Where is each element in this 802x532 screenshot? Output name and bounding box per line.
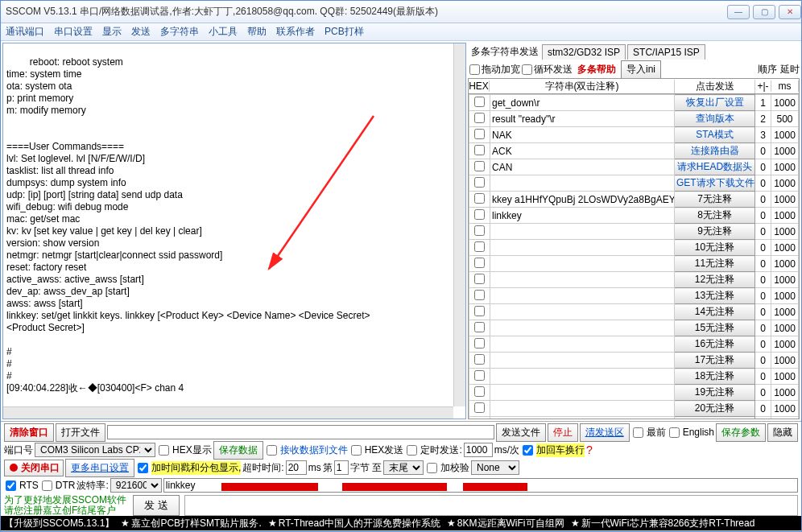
menu-4[interactable]: 多字符串 bbox=[160, 25, 199, 39]
row-index[interactable]: 0 bbox=[755, 143, 771, 159]
console-output[interactable]: reboot: reboot system time: system time … bbox=[2, 43, 466, 419]
tail-dropdown[interactable]: 末尾 bbox=[383, 460, 424, 475]
row-index[interactable]: 0 bbox=[755, 240, 771, 256]
row-delay[interactable]: 1000 bbox=[771, 240, 799, 256]
row-hex-checkbox[interactable] bbox=[474, 258, 485, 268]
row-hex-checkbox[interactable] bbox=[474, 354, 485, 365]
row-index[interactable]: 3 bbox=[755, 127, 771, 143]
stop-button[interactable]: 停止 bbox=[548, 423, 578, 442]
row-delay[interactable]: 1000 bbox=[771, 256, 799, 272]
row-delay[interactable]: 1000 bbox=[771, 353, 799, 369]
row-string-cell[interactable] bbox=[490, 369, 675, 385]
row-hex-checkbox[interactable] bbox=[474, 145, 485, 155]
tab-stc[interactable]: STC/IAP15 ISP bbox=[627, 44, 705, 60]
row-send-button[interactable]: 21无注释 bbox=[675, 417, 755, 420]
send-button[interactable]: 发 送 bbox=[133, 495, 180, 516]
row-index[interactable]: 0 bbox=[755, 401, 771, 417]
row-delay[interactable]: 1000 bbox=[771, 385, 799, 401]
nth-input[interactable] bbox=[334, 460, 349, 475]
row-string-cell[interactable] bbox=[490, 175, 675, 192]
menu-5[interactable]: 小工具 bbox=[209, 25, 238, 39]
row-hex-checkbox[interactable] bbox=[474, 97, 485, 107]
row-string-cell[interactable]: NAK bbox=[490, 127, 675, 143]
row-index[interactable]: 0 bbox=[755, 159, 771, 175]
row-string-cell[interactable] bbox=[490, 336, 675, 353]
row-hex-checkbox[interactable] bbox=[474, 129, 485, 139]
row-hex-checkbox[interactable] bbox=[474, 241, 485, 252]
row-string-cell[interactable] bbox=[490, 320, 675, 336]
row-hex-checkbox[interactable] bbox=[474, 177, 485, 188]
vertical-scrollbar[interactable] bbox=[453, 43, 465, 406]
port-dropdown[interactable]: COM3 Silicon Labs CP210x U bbox=[35, 443, 155, 457]
row-delay[interactable]: 1000 bbox=[771, 127, 799, 143]
promo-chip[interactable]: 新一代WiFi芯片兼容8266支持RT-Thread bbox=[571, 517, 755, 530]
topmost-checkbox[interactable] bbox=[633, 427, 643, 438]
row-hex-checkbox[interactable] bbox=[474, 290, 485, 300]
menu-2[interactable]: 显示 bbox=[102, 25, 122, 39]
row-string-cell[interactable]: ACK bbox=[490, 143, 675, 159]
row-index[interactable]: 0 bbox=[755, 208, 771, 224]
row-index[interactable]: 1 bbox=[755, 95, 771, 111]
row-send-button[interactable]: STA模式 bbox=[675, 127, 755, 143]
row-string-cell[interactable] bbox=[490, 224, 675, 240]
row-index[interactable]: 0 bbox=[755, 288, 771, 304]
row-delay[interactable]: 1000 bbox=[771, 159, 799, 175]
row-send-button[interactable]: 7无注释 bbox=[675, 192, 755, 208]
checksum-checkbox[interactable] bbox=[427, 463, 437, 473]
row-delay[interactable]: 1000 bbox=[771, 192, 799, 208]
row-string-cell[interactable] bbox=[490, 288, 675, 304]
row-string-cell[interactable]: linkkey bbox=[490, 208, 675, 224]
import-ini-button[interactable]: 导入ini bbox=[621, 60, 661, 79]
row-delay[interactable]: 1000 bbox=[771, 336, 799, 353]
row-send-button[interactable]: 15无注释 bbox=[675, 320, 755, 336]
row-delay[interactable]: 500 bbox=[771, 111, 799, 127]
row-delay[interactable]: 1000 bbox=[771, 95, 799, 111]
row-send-button[interactable]: 18无注释 bbox=[675, 369, 755, 385]
row-index[interactable]: 0 bbox=[755, 369, 771, 385]
row-index[interactable]: 0 bbox=[755, 304, 771, 320]
row-hex-checkbox[interactable] bbox=[474, 225, 485, 236]
row-delay[interactable]: 1000 bbox=[771, 401, 799, 417]
row-index[interactable]: 0 bbox=[755, 385, 771, 401]
row-delay[interactable]: 1000 bbox=[771, 143, 799, 159]
row-send-button[interactable]: 20无注释 bbox=[675, 401, 755, 417]
row-string-cell[interactable] bbox=[490, 353, 675, 369]
clear-send-area-button[interactable]: 清发送区 bbox=[580, 423, 630, 442]
tab-stm32[interactable]: stm32/GD32 ISP bbox=[542, 44, 626, 60]
row-send-button[interactable]: 16无注释 bbox=[675, 336, 755, 353]
row-string-cell[interactable] bbox=[490, 304, 675, 320]
rts-checkbox[interactable] bbox=[6, 480, 16, 491]
loop-send-checkbox[interactable] bbox=[522, 64, 532, 75]
menu-7[interactable]: 联系作者 bbox=[276, 25, 315, 39]
row-hex-checkbox[interactable] bbox=[474, 113, 485, 123]
row-delay[interactable]: 1000 bbox=[771, 369, 799, 385]
row-index[interactable]: 2 bbox=[755, 111, 771, 127]
row-delay[interactable]: 1000 bbox=[771, 224, 799, 240]
row-string-cell[interactable]: get_down\r bbox=[490, 95, 675, 111]
menu-0[interactable]: 通讯端口 bbox=[6, 25, 44, 39]
minimize-button[interactable]: — bbox=[727, 5, 750, 19]
baud-dropdown[interactable]: 921600 bbox=[110, 478, 162, 493]
row-send-button[interactable]: 12无注释 bbox=[675, 272, 755, 288]
row-string-cell[interactable] bbox=[490, 401, 675, 417]
row-send-button[interactable]: 恢复出厂设置 bbox=[675, 95, 755, 111]
promo-upgrade[interactable]: 【升级到SSCOM5.13.1】 bbox=[4, 517, 114, 530]
row-delay[interactable]: 1000 bbox=[771, 208, 799, 224]
timeout-input[interactable] bbox=[286, 460, 307, 475]
row-hex-checkbox[interactable] bbox=[474, 338, 485, 348]
multi-help-link[interactable]: 多条帮助 bbox=[577, 63, 616, 76]
horizontal-scrollbar[interactable] bbox=[3, 406, 453, 419]
row-send-button[interactable]: 13无注释 bbox=[675, 288, 755, 304]
crlf-checkbox[interactable] bbox=[523, 445, 533, 456]
hide-button[interactable]: 隐藏 bbox=[767, 423, 798, 442]
row-hex-checkbox[interactable] bbox=[474, 322, 485, 332]
row-delay[interactable]: 1000 bbox=[771, 288, 799, 304]
close-button[interactable]: ✕ bbox=[779, 5, 801, 19]
row-string-cell[interactable] bbox=[490, 417, 675, 420]
row-hex-checkbox[interactable] bbox=[474, 161, 485, 171]
send-textarea[interactable] bbox=[184, 495, 798, 516]
row-send-button[interactable]: 10无注释 bbox=[675, 240, 755, 256]
save-params-button[interactable]: 保存参数 bbox=[716, 423, 766, 442]
row-string-cell[interactable] bbox=[490, 385, 675, 401]
row-index[interactable]: 0 bbox=[755, 336, 771, 353]
